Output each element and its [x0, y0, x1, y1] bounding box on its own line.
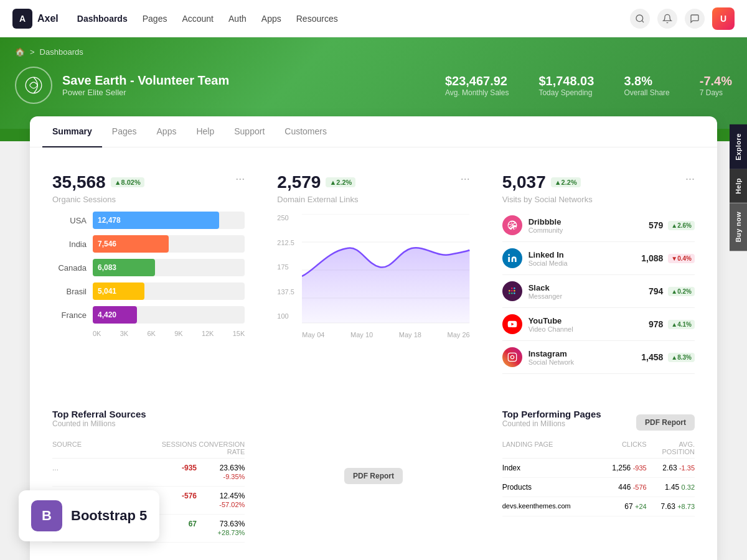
- metrics-row: 35,568 ▲8.02% ··· Organic Sessions USA 1…: [42, 162, 705, 384]
- messages-button[interactable]: [685, 9, 705, 29]
- hero-stat-2: $1,748.03 Today Spending: [538, 74, 594, 97]
- metric-organic-sessions: 35,568 ▲8.02% ··· Organic Sessions USA 1…: [42, 162, 255, 384]
- tab-pages[interactable]: Pages: [102, 116, 147, 147]
- slack-icon: [502, 281, 522, 301]
- brand-name: Axel: [37, 13, 59, 24]
- right-sidebar: Explore Help Buy now: [730, 124, 747, 251]
- svg-rect-17: [514, 292, 515, 294]
- metric-domain-links: 2,579 ▲2.2% ··· Domain External Links 25…: [267, 162, 479, 384]
- tab-help[interactable]: Help: [186, 116, 224, 147]
- top-pages-title: Top Performing Pages: [502, 409, 601, 419]
- social-info-linkedin: Linked In Social Media: [529, 250, 568, 267]
- svg-point-1: [26, 77, 42, 93]
- hero-stat-value-4: -7.4%: [700, 74, 732, 88]
- chart-y-labels: 250 212.5 175 137.5 100: [277, 214, 294, 320]
- hero-stat-3: 3.8% Overall Share: [624, 74, 669, 97]
- user-avatar[interactable]: U: [712, 7, 735, 30]
- nav-links: Dashboards Pages Account Auth Apps Resou…: [77, 14, 630, 24]
- pdf-report-button-2[interactable]: PDF Report: [636, 414, 695, 431]
- metric-badge-3: ▲2.2%: [551, 177, 581, 187]
- svg-rect-10: [509, 290, 510, 292]
- hero-stat-label-1: Avg. Monthly Sales: [445, 88, 509, 97]
- social-row-dribbble: Dribbble Community 579 ▲2.6%: [502, 209, 695, 242]
- svg-rect-8: [508, 257, 510, 262]
- metric-label-2: Domain External Links: [277, 195, 469, 204]
- svg-rect-11: [509, 292, 510, 294]
- hero-text: Save Earth - Volunteer Team Power Elite …: [62, 73, 229, 97]
- table-row: Index 1,256 -935 2.63 -1.35: [502, 459, 695, 478]
- linkedin-icon: [502, 248, 522, 268]
- chart-svg: [302, 214, 469, 329]
- social-list: Dribbble Community 579 ▲2.6%: [502, 209, 695, 374]
- table-row: ... -935 23.63% -9.35%: [52, 459, 245, 487]
- hero-stat-label-3: Overall Share: [624, 88, 669, 97]
- social-info-youtube: YouTube Video Channel: [529, 316, 573, 333]
- tab-support[interactable]: Support: [224, 116, 275, 147]
- dribbble-icon: [502, 215, 522, 235]
- breadcrumb-separator: >: [30, 47, 35, 57]
- metric-menu-1[interactable]: ···: [235, 172, 245, 192]
- tabs: Summary Pages Apps Help Support Customer…: [30, 116, 717, 147]
- nav-account[interactable]: Account: [182, 14, 214, 24]
- social-row-instagram: Instagram Social Network 1,458 ▲8.3%: [502, 341, 695, 374]
- chart-x-labels: May 04 May 10 May 18 May 26: [302, 331, 469, 338]
- bootstrap-text: Bootstrap 5: [71, 508, 147, 524]
- social-info-dribbble: Dribbble Community: [529, 217, 563, 234]
- hero-logo: [15, 67, 52, 104]
- metric-value-3: 5,037 ▲2.2%: [502, 172, 581, 192]
- social-change-dribbble: ▲2.6%: [668, 221, 695, 230]
- hero-stat-value-3: 3.8%: [624, 74, 669, 88]
- youtube-icon: [502, 314, 522, 334]
- breadcrumb: 🏠 > Dashboards: [15, 47, 732, 57]
- nav-right: U: [630, 7, 735, 30]
- metric-badge-1: ▲8.02%: [111, 177, 144, 187]
- top-pages-header: LANDING PAGE CLICKS AVG. POSITION: [502, 438, 695, 459]
- navbar: A Axel Dashboards Pages Account Auth App…: [0, 0, 747, 37]
- help-button[interactable]: Help: [730, 169, 747, 203]
- social-change-linkedin: ▼0.4%: [668, 254, 695, 263]
- metric-label-1: Organic Sessions: [52, 195, 245, 204]
- svg-rect-14: [511, 290, 513, 292]
- hero-stat-4: -7.4% 7 Days: [700, 74, 732, 97]
- breadcrumb-current[interactable]: Dashboards: [40, 47, 83, 57]
- instagram-icon: [502, 347, 522, 367]
- notifications-button[interactable]: [657, 9, 677, 29]
- tab-summary[interactable]: Summary: [42, 116, 102, 147]
- pdf-report-button[interactable]: PDF Report: [344, 468, 403, 484]
- explore-button[interactable]: Explore: [730, 124, 747, 169]
- social-row-youtube: YouTube Video Channel 978 ▲4.1%: [502, 308, 695, 341]
- hero-stats: $23,467.92 Avg. Monthly Sales $1,748.03 …: [445, 74, 732, 97]
- hero-stat-label-4: 7 Days: [700, 88, 732, 97]
- social-row-linkedin: Linked In Social Media 1,088 ▼0.4%: [502, 242, 695, 275]
- nav-resources[interactable]: Resources: [296, 14, 338, 24]
- svg-rect-13: [514, 287, 515, 289]
- hero-title: Save Earth - Volunteer Team: [62, 73, 229, 88]
- social-value-youtube: 978: [649, 319, 663, 329]
- hero-stat-value-2: $1,748.03: [538, 74, 594, 88]
- social-change-slack: ▲0.2%: [668, 287, 695, 296]
- nav-apps[interactable]: Apps: [261, 14, 281, 24]
- metric-badge-2: ▲2.2%: [326, 177, 355, 187]
- tab-customers[interactable]: Customers: [275, 116, 337, 147]
- nav-dashboards[interactable]: Dashboards: [77, 14, 128, 24]
- tab-apps[interactable]: Apps: [147, 116, 187, 147]
- metric-menu-2[interactable]: ···: [461, 172, 470, 192]
- pdf-center: PDF Report: [267, 399, 479, 553]
- bootstrap-icon: B: [31, 500, 62, 531]
- social-value-slack: 794: [649, 286, 663, 296]
- brand-icon: A: [12, 9, 32, 29]
- nav-auth[interactable]: Auth: [228, 14, 247, 24]
- social-info-instagram: Instagram Social Network: [529, 349, 574, 366]
- referral-sub: Counted in Millions: [52, 419, 146, 428]
- referral-table-header: SOURCE SESSIONS CONVERSION RATE: [52, 438, 245, 459]
- nav-pages[interactable]: Pages: [143, 14, 167, 24]
- brand[interactable]: A Axel: [12, 9, 59, 29]
- search-button[interactable]: [630, 9, 650, 29]
- metric-value-2: 2,579 ▲2.2%: [277, 172, 355, 192]
- hero-content: Save Earth - Volunteer Team Power Elite …: [15, 67, 732, 104]
- line-chart: 250 212.5 175 137.5 100: [277, 214, 469, 338]
- hero-section: 🏠 > Dashboards Save Earth - Volunteer Te…: [0, 37, 747, 129]
- buy-now-button[interactable]: Buy now: [730, 203, 747, 251]
- metric-menu-3[interactable]: ···: [685, 172, 695, 192]
- metric-value-1: 35,568 ▲8.02%: [52, 172, 144, 192]
